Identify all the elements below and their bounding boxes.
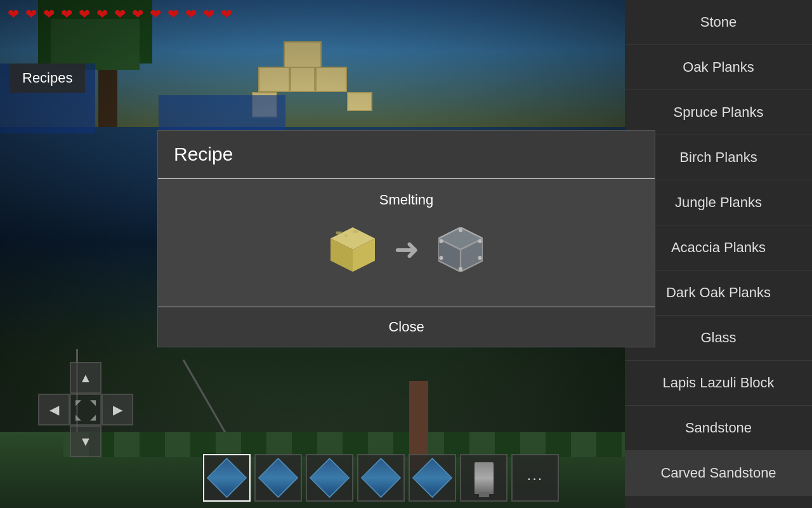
sidebar-label-carved-sandstone: Carved Sandstone xyxy=(660,465,776,481)
sidebar-label-birch-planks: Birch Planks xyxy=(679,149,757,165)
heart-13: ❤ xyxy=(221,8,236,23)
slot-5-icon xyxy=(412,458,453,498)
dpad-left[interactable]: ◀ xyxy=(38,394,70,425)
sand-block-svg xyxy=(331,227,375,272)
svg-point-17 xyxy=(458,267,462,271)
svg-point-15 xyxy=(478,256,481,260)
svg-point-13 xyxy=(478,239,481,243)
hotbar-slot-2[interactable] xyxy=(254,454,302,502)
slot-4-icon xyxy=(361,458,402,498)
world-sand-block-2 xyxy=(258,67,290,92)
recipe-arrow: ➜ xyxy=(394,234,419,265)
slot-2-icon xyxy=(258,458,299,498)
modal-title: Recipe xyxy=(174,144,233,164)
controls-area: ▲ ◀ ◤ ◥ ◣ ◢ ▶ ▼ xyxy=(38,362,133,457)
recipe-modal: Recipe Smelting ➜ xyxy=(157,130,655,347)
sidebar-label-acaccia-planks: Acaccia Planks xyxy=(671,239,766,255)
sidebar-label-spruce-planks: Spruce Planks xyxy=(674,104,764,120)
slot-1-icon xyxy=(207,458,247,498)
dpad-right[interactable]: ▶ xyxy=(102,394,133,425)
dpad-left-icon: ◀ xyxy=(49,402,59,417)
hotbar: ··· xyxy=(203,454,559,502)
hotbar-slot-6[interactable] xyxy=(460,454,508,502)
modal-footer: Close xyxy=(158,307,655,347)
heart-1: ❤ xyxy=(8,8,23,23)
dpad-up[interactable]: ▲ xyxy=(70,362,102,394)
slot-3-icon xyxy=(310,458,350,498)
close-button[interactable]: Close xyxy=(388,319,424,335)
recipe-visual: ➜ xyxy=(331,227,483,272)
dpad-down-icon: ▼ xyxy=(79,434,92,449)
sidebar-item-carved-sandstone[interactable]: Carved Sandstone xyxy=(625,451,812,496)
dots-label: ··· xyxy=(527,469,543,487)
dpad-center: ◤ ◥ ◣ ◢ xyxy=(70,394,102,425)
sidebar-item-lapis-lazuli[interactable]: Lapis Lazuli Block xyxy=(625,361,812,406)
grass-pattern xyxy=(63,432,625,457)
world-sand-block-4 xyxy=(315,67,347,92)
hud-hearts: ❤ ❤ ❤ ❤ ❤ ❤ ❤ ❤ ❤ ❤ ❤ ❤ ❤ xyxy=(8,8,236,23)
dpad-down[interactable]: ▼ xyxy=(70,425,102,457)
recipe-output-block xyxy=(438,227,483,272)
sidebar-label-stone: Stone xyxy=(700,14,737,30)
dpad-center-bl: ◣ xyxy=(75,413,81,422)
tree-leaves-2 xyxy=(51,19,140,70)
heart-5: ❤ xyxy=(79,8,94,23)
dpad-up-icon: ▲ xyxy=(79,371,92,385)
modal-header: Recipe xyxy=(158,131,655,178)
heart-3: ❤ xyxy=(43,8,58,23)
recipe-type-label: Smelting xyxy=(379,192,434,208)
sword-icon xyxy=(475,462,494,494)
hotbar-slot-5[interactable] xyxy=(409,454,456,502)
heart-12: ❤ xyxy=(203,8,218,23)
sidebar-label-lapis: Lapis Lazuli Block xyxy=(662,375,774,391)
recipe-input-block xyxy=(331,227,375,272)
hotbar-slot-dots[interactable]: ··· xyxy=(511,454,559,502)
sidebar-item-sandstone[interactable]: Sandstone xyxy=(625,406,812,451)
hotbar-slot-3[interactable] xyxy=(306,454,353,502)
heart-2: ❤ xyxy=(25,8,41,23)
dpad-center-br: ◢ xyxy=(90,413,96,422)
hotbar-slot-4[interactable] xyxy=(357,454,405,502)
sidebar-label-oak-planks: Oak Planks xyxy=(683,59,754,75)
world-sand-block-3 xyxy=(290,67,315,92)
glass-block-svg xyxy=(438,227,483,272)
heart-8: ❤ xyxy=(132,8,147,23)
sidebar-label-jungle-planks: Jungle Planks xyxy=(675,194,762,210)
sidebar-item-spruce-planks[interactable]: Spruce Planks xyxy=(625,90,812,135)
svg-rect-5 xyxy=(344,234,346,237)
recipes-button[interactable]: Recipes xyxy=(10,64,85,93)
svg-rect-3 xyxy=(336,232,341,234)
dpad: ▲ ◀ ◤ ◥ ◣ ◢ ▶ ▼ xyxy=(38,362,133,457)
heart-11: ❤ xyxy=(185,8,200,23)
sidebar-label-dark-oak-planks: Dark Oak Planks xyxy=(666,284,771,300)
dpad-center-tl: ◤ xyxy=(75,398,81,407)
svg-point-14 xyxy=(439,256,443,260)
heart-4: ❤ xyxy=(61,8,76,23)
hotbar-slot-1[interactable] xyxy=(203,454,251,502)
sidebar-label-sandstone: Sandstone xyxy=(685,420,752,436)
svg-rect-4 xyxy=(353,230,358,232)
dpad-center-tr: ◥ xyxy=(90,398,96,407)
heart-10: ❤ xyxy=(167,8,183,23)
sidebar-item-stone[interactable]: Stone xyxy=(625,0,812,45)
sidebar-item-oak-planks[interactable]: Oak Planks xyxy=(625,45,812,90)
sidebar-label-glass: Glass xyxy=(700,330,736,345)
svg-point-16 xyxy=(458,228,462,232)
svg-point-12 xyxy=(439,239,443,243)
heart-6: ❤ xyxy=(96,8,112,23)
modal-body: Smelting ➜ xyxy=(158,179,655,306)
heart-9: ❤ xyxy=(150,8,165,23)
dpad-right-icon: ▶ xyxy=(113,402,122,417)
heart-7: ❤ xyxy=(114,8,129,23)
world-sand-block-6 xyxy=(347,92,372,111)
